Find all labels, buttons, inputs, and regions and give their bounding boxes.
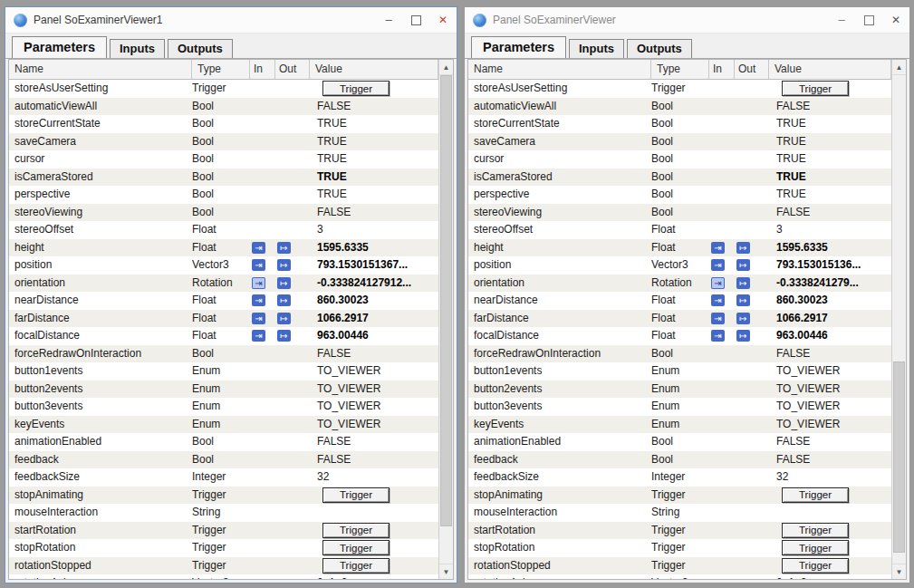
input-connector-icon[interactable]: ⇥ <box>252 277 265 289</box>
table-row[interactable]: stereoOffsetFloat3 <box>468 221 891 239</box>
table-row[interactable]: storeCurrentStateBoolTRUE <box>468 115 891 133</box>
output-connector-icon[interactable]: ↦ <box>736 242 750 254</box>
table-row[interactable]: keyEventsEnumTO_VIEWER <box>468 416 891 434</box>
table-row[interactable]: mouseInteractionString <box>468 504 891 522</box>
output-connector-icon[interactable]: ↦ <box>277 330 291 342</box>
tab-parameters[interactable]: Parameters <box>471 36 566 58</box>
table-row[interactable]: isCameraStoredBoolTRUE <box>468 169 891 187</box>
table-row[interactable]: rotationAxisVector30, 1, 0 <box>468 574 891 580</box>
table-row[interactable]: mouseInteractionString <box>9 504 438 522</box>
table-row[interactable]: heightFloat⇥↦1595.6335 <box>9 239 438 257</box>
table-row[interactable]: perspectiveBoolTRUE <box>468 186 891 204</box>
trigger-button[interactable]: Trigger <box>782 523 849 538</box>
table-row[interactable]: stereoViewingBoolFALSE <box>9 204 438 222</box>
trigger-button[interactable]: Trigger <box>322 487 390 503</box>
minimize-button[interactable]: – <box>828 7 855 33</box>
table-row[interactable]: button1eventsEnumTO_VIEWER <box>468 362 891 381</box>
output-connector-icon[interactable]: ↦ <box>277 277 291 289</box>
scrollbar-thumb[interactable] <box>893 361 905 553</box>
scroll-up-icon[interactable]: ▲ <box>892 60 906 75</box>
table-row[interactable]: feedbackBoolFALSE <box>468 451 891 469</box>
table-row[interactable]: forceRedrawOnInteractionBoolFALSE <box>468 345 891 363</box>
input-connector-icon[interactable]: ⇥ <box>711 330 725 342</box>
trigger-button[interactable]: Trigger <box>322 81 390 96</box>
titlebar[interactable]: Panel SoExaminerViewer – ✕ <box>465 7 909 34</box>
minimize-button[interactable]: – <box>375 7 402 33</box>
table-row[interactable]: stopAnimatingTriggerTrigger <box>9 487 438 505</box>
table-row[interactable]: rotationStoppedTriggerTrigger <box>468 557 891 575</box>
close-button[interactable]: ✕ <box>429 7 457 33</box>
output-connector-icon[interactable]: ↦ <box>277 313 291 324</box>
titlebar[interactable]: Panel SoExaminerViewer1 – ✕ <box>5 7 457 34</box>
table-row[interactable]: focalDistanceFloat⇥↦963.00446 <box>9 327 438 345</box>
table-row[interactable]: cursorBoolTRUE <box>468 150 891 169</box>
input-connector-icon[interactable]: ⇥ <box>711 242 725 254</box>
trigger-button[interactable]: Trigger <box>782 81 849 96</box>
tab-parameters[interactable]: Parameters <box>12 36 107 58</box>
table-row[interactable]: startRotationTriggerTrigger <box>9 522 438 540</box>
output-connector-icon[interactable]: ↦ <box>736 330 750 342</box>
trigger-button[interactable]: Trigger <box>782 540 849 555</box>
table-row[interactable]: feedbackBoolFALSE <box>9 451 438 469</box>
table-row[interactable]: feedbackSizeInteger32 <box>468 468 891 487</box>
trigger-button[interactable]: Trigger <box>322 523 390 538</box>
maximize-button[interactable] <box>855 7 882 33</box>
scroll-down-icon[interactable]: ▼ <box>439 564 453 579</box>
table-row[interactable]: button2eventsEnumTO_VIEWER <box>9 381 438 399</box>
table-row[interactable]: keyEventsEnumTO_VIEWER <box>9 416 438 434</box>
output-connector-icon[interactable]: ↦ <box>277 259 291 271</box>
table-row[interactable]: stopAnimatingTriggerTrigger <box>468 487 891 505</box>
tab-inputs[interactable]: Inputs <box>110 39 165 58</box>
table-row[interactable]: isCameraStoredBoolTRUE <box>9 169 438 187</box>
output-connector-icon[interactable]: ↦ <box>736 313 750 324</box>
table-row[interactable]: saveCameraBoolTRUE <box>9 133 438 151</box>
input-connector-icon[interactable]: ⇥ <box>252 294 265 306</box>
table-row[interactable]: perspectiveBoolTRUE <box>9 186 438 204</box>
table-row[interactable]: startRotationTriggerTrigger <box>468 522 891 540</box>
table-row[interactable]: cursorBoolTRUE <box>9 150 438 169</box>
table-row[interactable]: stereoOffsetFloat3 <box>9 221 438 239</box>
table-row[interactable]: rotationStoppedTriggerTrigger <box>9 557 438 575</box>
input-connector-icon[interactable]: ⇥ <box>252 330 265 342</box>
table-row[interactable]: nearDistanceFloat⇥↦860.30023 <box>468 292 891 310</box>
maximize-button[interactable] <box>402 7 429 33</box>
input-connector-icon[interactable]: ⇥ <box>711 277 725 289</box>
table-row[interactable]: automaticViewAllBoolFALSE <box>9 98 438 116</box>
output-connector-icon[interactable]: ↦ <box>736 259 750 271</box>
trigger-button[interactable]: Trigger <box>782 487 849 503</box>
table-row[interactable]: storeAsUserSettingTriggerTrigger <box>468 80 891 98</box>
tab-outputs[interactable]: Outputs <box>627 39 692 58</box>
input-connector-icon[interactable]: ⇥ <box>711 259 725 271</box>
trigger-button[interactable]: Trigger <box>322 540 390 555</box>
input-connector-icon[interactable]: ⇥ <box>252 259 265 271</box>
output-connector-icon[interactable]: ↦ <box>277 242 291 254</box>
table-row[interactable]: automaticViewAllBoolFALSE <box>468 98 891 116</box>
table-row[interactable]: orientationRotation⇥↦-0.333824127912... <box>9 275 438 293</box>
table-row[interactable]: button3eventsEnumTO_VIEWER <box>468 398 891 416</box>
table-row[interactable]: farDistanceFloat⇥↦1066.2917 <box>468 310 891 328</box>
table-row[interactable]: forceRedrawOnInteractionBoolFALSE <box>9 345 438 363</box>
table-row[interactable]: rotationAxisVector30, 1, 0 <box>9 574 438 580</box>
output-connector-icon[interactable]: ↦ <box>277 294 291 306</box>
input-connector-icon[interactable]: ⇥ <box>252 313 265 324</box>
table-row[interactable]: button2eventsEnumTO_VIEWER <box>468 381 891 399</box>
table-row[interactable]: feedbackSizeInteger32 <box>9 468 438 487</box>
trigger-button[interactable]: Trigger <box>782 558 849 574</box>
table-row[interactable]: storeCurrentStateBoolTRUE <box>9 115 438 133</box>
table-row[interactable]: saveCameraBoolTRUE <box>468 133 891 151</box>
table-row[interactable]: animationEnabledBoolFALSE <box>9 433 438 451</box>
table-row[interactable]: positionVector3⇥↦793.153015136... <box>468 256 891 275</box>
table-row[interactable]: nearDistanceFloat⇥↦860.30023 <box>9 292 438 310</box>
output-connector-icon[interactable]: ↦ <box>736 294 750 306</box>
trigger-button[interactable]: Trigger <box>322 558 390 574</box>
table-row[interactable]: stopRotationTriggerTrigger <box>9 539 438 557</box>
table-row[interactable]: storeAsUserSettingTriggerTrigger <box>9 80 438 98</box>
tab-inputs[interactable]: Inputs <box>569 39 624 58</box>
table-row[interactable]: animationEnabledBoolFALSE <box>468 433 891 451</box>
close-button[interactable]: ✕ <box>882 7 909 33</box>
input-connector-icon[interactable]: ⇥ <box>252 242 265 254</box>
table-row[interactable]: button3eventsEnumTO_VIEWER <box>9 398 438 416</box>
scroll-up-icon[interactable]: ▲ <box>439 60 453 75</box>
vertical-scrollbar[interactable]: ▲ ▼ <box>891 60 906 579</box>
input-connector-icon[interactable]: ⇥ <box>711 313 725 324</box>
